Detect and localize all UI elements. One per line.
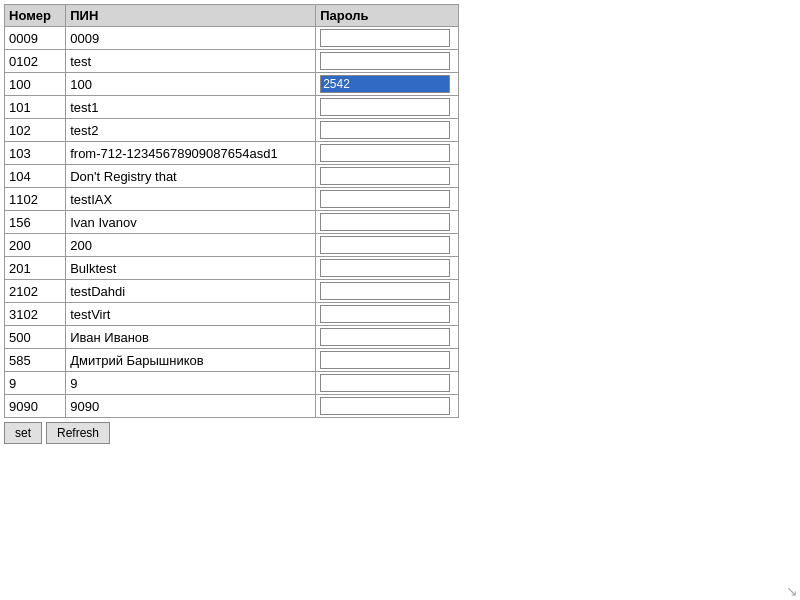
password-input[interactable] (320, 305, 450, 323)
cell-name: test1 (66, 96, 316, 119)
table-row: 3102testVirt (5, 303, 459, 326)
cell-password (316, 27, 459, 50)
password-input[interactable] (320, 374, 450, 392)
table-row: 90909090 (5, 395, 459, 418)
cell-name: 9 (66, 372, 316, 395)
cell-name: test2 (66, 119, 316, 142)
cell-name: testVirt (66, 303, 316, 326)
cell-password (316, 188, 459, 211)
cell-number: 585 (5, 349, 66, 372)
cell-name: test (66, 50, 316, 73)
password-input[interactable] (320, 328, 450, 346)
cell-password (316, 303, 459, 326)
header-number: Номер (5, 5, 66, 27)
password-input[interactable] (320, 98, 450, 116)
cell-name: Дмитрий Барышников (66, 349, 316, 372)
cell-password (316, 96, 459, 119)
cell-password (316, 50, 459, 73)
cell-password (316, 211, 459, 234)
cell-name: 0009 (66, 27, 316, 50)
cell-number: 156 (5, 211, 66, 234)
cell-password (316, 349, 459, 372)
cell-name: 100 (66, 73, 316, 96)
password-input[interactable] (320, 259, 450, 277)
cell-number: 1102 (5, 188, 66, 211)
table-row: 99 (5, 372, 459, 395)
cell-number: 201 (5, 257, 66, 280)
cell-password (316, 326, 459, 349)
cell-password (316, 372, 459, 395)
password-input[interactable] (320, 75, 450, 93)
password-input[interactable] (320, 213, 450, 231)
password-input[interactable] (320, 236, 450, 254)
table-row: 0102test (5, 50, 459, 73)
table-row: 500Иван Иванов (5, 326, 459, 349)
password-input[interactable] (320, 282, 450, 300)
cell-number: 500 (5, 326, 66, 349)
button-row: set Refresh (4, 422, 796, 444)
password-input[interactable] (320, 167, 450, 185)
resize-handle[interactable]: ↘ (784, 584, 798, 598)
password-input[interactable] (320, 397, 450, 415)
table-row: 201Bulktest (5, 257, 459, 280)
cell-name: 200 (66, 234, 316, 257)
cell-number: 9 (5, 372, 66, 395)
password-input[interactable] (320, 121, 450, 139)
password-input[interactable] (320, 190, 450, 208)
cell-number: 101 (5, 96, 66, 119)
cell-password (316, 234, 459, 257)
cell-number: 9090 (5, 395, 66, 418)
cell-number: 104 (5, 165, 66, 188)
table-row: 101test1 (5, 96, 459, 119)
cell-password (316, 119, 459, 142)
table-row: 156Ivan Ivanov (5, 211, 459, 234)
cell-password (316, 395, 459, 418)
refresh-button[interactable]: Refresh (46, 422, 110, 444)
header-password: Пароль (316, 5, 459, 27)
cell-number: 0009 (5, 27, 66, 50)
cell-password (316, 280, 459, 303)
cell-password (316, 165, 459, 188)
cell-name: Don't Registry that (66, 165, 316, 188)
table-row: 104Don't Registry that (5, 165, 459, 188)
set-button[interactable]: set (4, 422, 42, 444)
cell-number: 200 (5, 234, 66, 257)
cell-number: 2102 (5, 280, 66, 303)
password-input[interactable] (320, 144, 450, 162)
cell-number: 0102 (5, 50, 66, 73)
cell-name: Иван Иванов (66, 326, 316, 349)
cell-name: 9090 (66, 395, 316, 418)
cell-name: testDahdi (66, 280, 316, 303)
cell-number: 102 (5, 119, 66, 142)
cell-number: 3102 (5, 303, 66, 326)
table-row: 103from-712-12345678909087654asd1 (5, 142, 459, 165)
cell-name: Bulktest (66, 257, 316, 280)
cell-name: Ivan Ivanov (66, 211, 316, 234)
cell-password (316, 73, 459, 96)
table-row: 1102testIAX (5, 188, 459, 211)
password-input[interactable] (320, 52, 450, 70)
page-container: Номер ПИН Пароль 000900090102test1001001… (0, 0, 800, 600)
table-row: 2102testDahdi (5, 280, 459, 303)
table-row: 100100 (5, 73, 459, 96)
header-name: ПИН (66, 5, 316, 27)
password-input[interactable] (320, 351, 450, 369)
table-row: 585Дмитрий Барышников (5, 349, 459, 372)
cell-password (316, 257, 459, 280)
table-row: 200200 (5, 234, 459, 257)
table-row: 102test2 (5, 119, 459, 142)
cell-number: 100 (5, 73, 66, 96)
password-input[interactable] (320, 29, 450, 47)
cell-name: from-712-12345678909087654asd1 (66, 142, 316, 165)
cell-number: 103 (5, 142, 66, 165)
table-row: 00090009 (5, 27, 459, 50)
main-table: Номер ПИН Пароль 000900090102test1001001… (4, 4, 459, 418)
cell-password (316, 142, 459, 165)
cell-name: testIAX (66, 188, 316, 211)
